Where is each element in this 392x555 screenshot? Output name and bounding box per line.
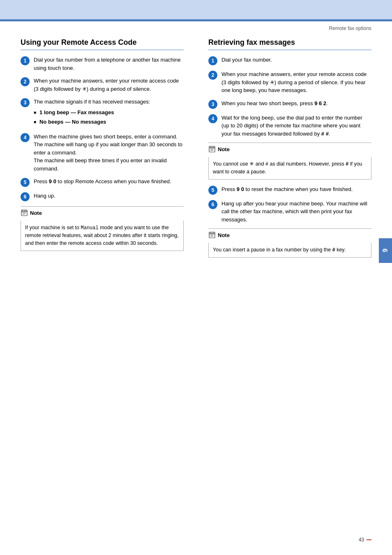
right-step-4-content: Wait for the long beep, use the dial pad… bbox=[221, 114, 371, 138]
right-step-6: 6 Hang up after you hear your machine be… bbox=[208, 200, 371, 224]
right-step-3: 3 When you hear two short beeps, press 9… bbox=[208, 99, 371, 109]
right-note1-content: You cannot use ✳ and # as dial numbers. … bbox=[208, 157, 371, 180]
right-step-4: 4 Wait for the long beep, use the dial p… bbox=[208, 114, 371, 138]
page-number: 43 bbox=[359, 537, 364, 543]
left-step-1: 1 Dial your fax number from a telephone … bbox=[21, 56, 184, 72]
left-step-3-content: The machine signals if it has received m… bbox=[34, 98, 184, 128]
right-step-1-content: Dial your fax number. bbox=[221, 56, 371, 64]
left-step-5-content: Press 9 0 to stop Remote Access when you… bbox=[34, 177, 184, 186]
left-step-5-number: 5 bbox=[21, 178, 30, 187]
right-note1-box: Note You cannot use ✳ and # as dial numb… bbox=[208, 143, 371, 180]
left-section-title: Using your Remote Access Code bbox=[21, 38, 184, 47]
left-step-2-content: When your machine answers, enter your re… bbox=[34, 77, 184, 93]
left-column: Using your Remote Access Code 1 Dial you… bbox=[21, 38, 190, 263]
bullet-fax-messages: 1 long beep — Fax messages bbox=[34, 108, 184, 117]
note-icon-left bbox=[21, 209, 28, 216]
right-note1-label: Note bbox=[218, 146, 230, 152]
page-label: Remote fax options bbox=[329, 25, 371, 31]
right-note2-content: You can insert a pause in a fax number b… bbox=[208, 243, 371, 258]
right-step-3-number: 3 bbox=[208, 100, 217, 109]
right-note2-header: Note bbox=[208, 228, 371, 239]
right-note2-box: Note You can insert a pause in a fax num… bbox=[208, 228, 371, 258]
banner-bar bbox=[0, 19, 392, 21]
right-step-6-content: Hang up after you hear your machine beep… bbox=[221, 200, 371, 224]
left-step-2: 2 When your machine answers, enter your … bbox=[21, 77, 184, 93]
main-content: Using your Remote Access Code 1 Dial you… bbox=[0, 34, 392, 280]
left-step-2-number: 2 bbox=[21, 77, 30, 86]
page-number-highlight bbox=[367, 539, 371, 540]
right-step-5: 5 Press 9 0 to reset the machine when yo… bbox=[208, 185, 371, 195]
right-step-1: 1 Dial your fax number. bbox=[208, 56, 371, 65]
page-number-area: 43 bbox=[359, 537, 371, 543]
left-step-4-number: 4 bbox=[21, 133, 30, 142]
right-column: Retrieving fax messages 1 Dial your fax … bbox=[202, 38, 371, 263]
left-section-divider bbox=[21, 50, 184, 50]
right-step-2-content: When your machine answers, enter your re… bbox=[221, 70, 371, 94]
page-header: Remote fax options bbox=[0, 21, 392, 34]
right-step-5-content: Press 9 0 to reset the machine when you … bbox=[221, 185, 371, 193]
left-note-header: Note bbox=[21, 206, 184, 216]
chapter-tab: 9 bbox=[379, 238, 392, 263]
left-note-box: Note If your machine is set to Manual mo… bbox=[21, 206, 184, 251]
left-step-4: 4 When the machine gives two short beeps… bbox=[21, 133, 184, 173]
left-step-3-number: 3 bbox=[21, 98, 30, 107]
right-step-2: 2 When your machine answers, enter your … bbox=[208, 70, 371, 94]
top-banner bbox=[0, 0, 392, 21]
right-step-1-number: 1 bbox=[208, 56, 217, 65]
left-step-5: 5 Press 9 0 to stop Remote Access when y… bbox=[21, 177, 184, 187]
right-note1-header: Note bbox=[208, 143, 371, 153]
right-step-2-number: 2 bbox=[208, 71, 217, 80]
note-icon-right1 bbox=[208, 145, 216, 153]
left-step-6-content: Hang up. bbox=[34, 192, 184, 200]
left-step-6: 6 Hang up. bbox=[21, 192, 184, 201]
note-icon-right2 bbox=[208, 231, 216, 239]
right-step-4-number: 4 bbox=[208, 114, 217, 123]
right-section-divider bbox=[208, 50, 371, 50]
left-step-6-number: 6 bbox=[21, 192, 30, 201]
right-step-5-number: 5 bbox=[208, 186, 217, 195]
left-note-content: If your machine is set to Manual mode an… bbox=[21, 221, 184, 251]
left-step-1-number: 1 bbox=[21, 56, 30, 65]
right-step-3-content: When you hear two short beeps, press 9 6… bbox=[221, 99, 371, 108]
right-note2-label: Note bbox=[218, 232, 230, 238]
left-step-3-bullets: 1 long beep — Fax messages No beeps — No… bbox=[34, 108, 184, 126]
bullet-no-messages: No beeps — No messages bbox=[34, 118, 184, 126]
page-footer: 43 bbox=[359, 537, 371, 543]
right-step-6-number: 6 bbox=[208, 200, 217, 209]
left-step-1-content: Dial your fax number from a telephone or… bbox=[34, 56, 184, 72]
right-section-title: Retrieving fax messages bbox=[208, 38, 371, 47]
left-step-3: 3 The machine signals if it has received… bbox=[21, 98, 184, 128]
left-step-4-content: When the machine gives two short beeps, … bbox=[34, 133, 184, 173]
left-note-label: Note bbox=[30, 210, 42, 216]
